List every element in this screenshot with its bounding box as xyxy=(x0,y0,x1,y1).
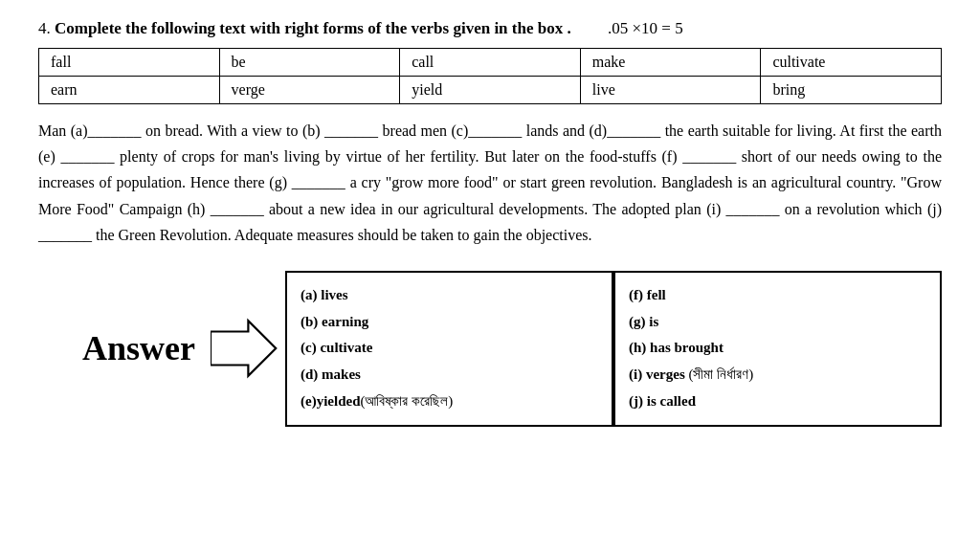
answer-label-d: (d) makes xyxy=(301,366,361,382)
answer-item-a: (a) lives xyxy=(301,282,598,309)
answer-label-j: (j) is called xyxy=(629,393,696,409)
answer-item-e: (e)yielded(আবিষ্কার করেছিল) xyxy=(301,388,598,415)
answer-item-g: (g) is xyxy=(629,309,926,336)
verb-cell: fall xyxy=(39,49,220,77)
answer-item-i-extra: (সীমা নির্ধারণ) xyxy=(688,366,753,382)
answer-label-box: Answer xyxy=(38,271,211,427)
answer-label-f: (f) fell xyxy=(629,287,666,302)
answer-item-i-label: (i) xyxy=(629,366,642,382)
question-instruction: Complete the following text with right f… xyxy=(55,19,571,37)
svg-marker-0 xyxy=(211,321,276,376)
answer-item-d: (d) makes xyxy=(301,362,598,388)
answer-item-i-value: verges xyxy=(642,366,688,382)
verb-cell: earn xyxy=(39,77,220,104)
verb-cell: be xyxy=(219,49,400,77)
answer-box-right: (f) fell(g) is(h) has brought(i) verges … xyxy=(613,271,942,427)
answer-label-b: (b) earning xyxy=(301,314,368,329)
verb-cell: bring xyxy=(761,77,942,104)
answer-label-a: (a) lives xyxy=(301,287,348,302)
answer-item-h: (h) has brought xyxy=(629,335,926,362)
passage-text: Man (a)_______ on bread. With a view to … xyxy=(38,118,942,248)
answer-section: Answer (a) lives(b) earning(c) cultivate… xyxy=(38,271,942,427)
answer-label-g: (g) is xyxy=(629,314,658,329)
answer-box-left: (a) lives(b) earning(c) cultivate(d) mak… xyxy=(285,271,613,427)
answer-item-c: (c) cultivate xyxy=(301,335,598,362)
answer-item-j: (j) is called xyxy=(629,388,926,415)
verb-table: fallbecallmakecultivateearnvergeyieldliv… xyxy=(38,48,942,104)
arrow-icon xyxy=(211,315,278,382)
question-number: 4. xyxy=(38,19,51,37)
verb-cell: yield xyxy=(400,77,581,104)
verb-cell: call xyxy=(400,49,581,77)
verb-cell: cultivate xyxy=(761,49,942,77)
answer-boxes: (a) lives(b) earning(c) cultivate(d) mak… xyxy=(285,271,942,427)
answer-item-e-value: yielded xyxy=(317,393,361,409)
answer-item-f: (f) fell xyxy=(629,282,926,309)
answer-item-b: (b) earning xyxy=(301,309,598,336)
answer-item-i: (i) verges (সীমা নির্ধারণ) xyxy=(629,362,926,388)
question-header: 4. Complete the following text with righ… xyxy=(38,19,942,38)
question-points: .05 ×10 = 5 xyxy=(608,19,683,37)
verb-cell: make xyxy=(580,49,761,77)
verb-cell: verge xyxy=(219,77,400,104)
arrow-container xyxy=(211,271,278,427)
answer-item-e-label: (e) xyxy=(301,393,317,409)
answer-label-c: (c) cultivate xyxy=(301,340,372,355)
verb-cell: live xyxy=(580,77,761,104)
answer-item-e-extra: (আবিষ্কার করেছিল) xyxy=(361,393,454,409)
answer-label: Answer xyxy=(82,328,195,368)
answer-label-h: (h) has brought xyxy=(629,340,724,355)
